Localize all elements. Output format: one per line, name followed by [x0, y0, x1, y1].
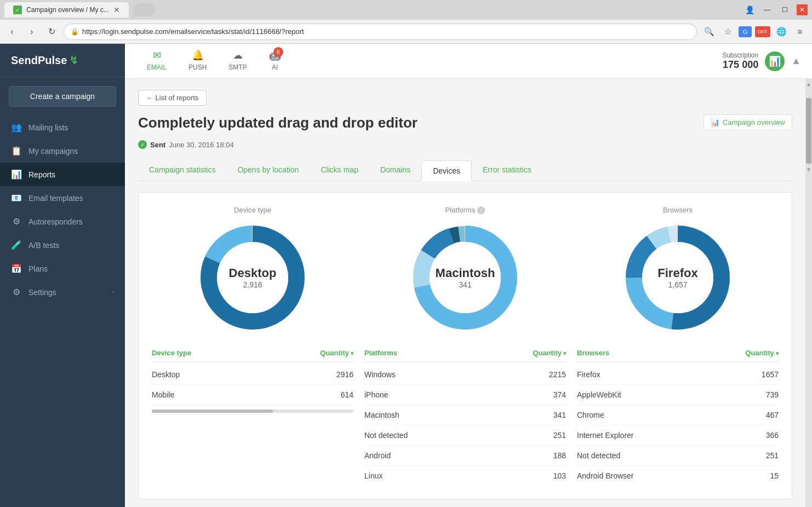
- platforms-col-name[interactable]: Platforms: [364, 349, 522, 357]
- bookmark-icon[interactable]: ☆: [720, 24, 735, 39]
- breadcrumb-button[interactable]: ← List of reports: [138, 90, 207, 106]
- lock-icon: 🔒: [71, 28, 79, 36]
- sidebar-nav: 👥 Mailing lists 📋 My campaigns 📊 Reports…: [0, 116, 125, 507]
- sidebar-item-settings[interactable]: ⚙ Settings •: [0, 280, 125, 304]
- close-button[interactable]: ✕: [797, 4, 808, 15]
- sidebar-item-label: Settings: [28, 288, 56, 297]
- tab-email[interactable]: ✉ EMAIL: [136, 44, 178, 84]
- platforms-title: Platforms i: [445, 206, 485, 214]
- sub-tab-domains[interactable]: Domains: [369, 160, 421, 181]
- device-type-center-value: 2,916: [229, 280, 277, 289]
- platforms-cell-qty: 341: [522, 411, 566, 419]
- translate-icon[interactable]: G: [739, 26, 752, 37]
- forward-button[interactable]: ›: [24, 24, 39, 39]
- tab-ai[interactable]: 🤖 8 AI: [258, 44, 292, 84]
- tab-push[interactable]: 🔔 PUSH: [178, 44, 218, 84]
- create-campaign-button[interactable]: Create a campaign: [9, 86, 116, 107]
- smtp-tab-label: SMTP: [228, 64, 247, 71]
- browsers-title: Browsers: [663, 206, 693, 214]
- table-row: Mobile 614: [152, 385, 353, 405]
- window-controls: 👤 — ☐ ✕: [744, 4, 808, 15]
- sidebar-item-label: Plans: [28, 264, 48, 273]
- platforms-cell-qty: 251: [522, 431, 566, 440]
- smtp-tab-icon: ☁: [233, 49, 243, 61]
- tab-favicon: ✓: [13, 5, 22, 14]
- extension-icon-2[interactable]: 🌐: [774, 24, 789, 39]
- device-type-col-name[interactable]: Device type: [152, 349, 310, 357]
- device-type-scrollbar[interactable]: [152, 410, 353, 413]
- tab-smtp[interactable]: ☁ SMTP: [218, 44, 258, 84]
- browser-titlebar: ✓ Campaign overview / My c... ✕ 👤 — ☐ ✕: [0, 0, 812, 20]
- sidebar-item-reports[interactable]: 📊 Reports: [0, 163, 125, 186]
- logo-text: SendPulse: [11, 54, 67, 67]
- user-avatar[interactable]: 📊: [765, 51, 785, 71]
- sub-tab-campaign-statistics[interactable]: Campaign statistics: [138, 160, 226, 181]
- search-icon[interactable]: 🔍: [701, 24, 717, 39]
- plans-icon: 📅: [11, 263, 22, 274]
- refresh-button[interactable]: ↻: [44, 24, 59, 39]
- menu-icon[interactable]: ≡: [792, 24, 808, 39]
- minimize-button[interactable]: —: [762, 4, 773, 15]
- scrollbar-thumb[interactable]: [806, 98, 811, 164]
- browsers-cell-name: AppleWebKit: [577, 390, 735, 399]
- sub-tab-devices[interactable]: Devices: [421, 160, 472, 181]
- browsers-col-name[interactable]: Browsers: [577, 349, 735, 357]
- sidebar-item-my-campaigns[interactable]: 📋 My campaigns: [0, 139, 125, 163]
- platforms-cell-qty: 188: [522, 451, 566, 460]
- scroll-up-arrow[interactable]: ▲: [805, 79, 812, 87]
- device-type-cell-qty: 2916: [310, 370, 353, 379]
- subscription-label: Subscription: [722, 51, 758, 59]
- tab-close-button[interactable]: ✕: [113, 5, 120, 14]
- tables-row: Device type Quantity▾ Desktop 2916 Mobil: [152, 349, 779, 486]
- browsers-cell-qty: 15: [735, 471, 779, 480]
- sidebar-item-ab-tests[interactable]: 🧪 A/B tests: [0, 233, 125, 257]
- platforms-center-label: Macintosh: [436, 266, 495, 280]
- sidebar-item-mailing-lists[interactable]: 👥 Mailing lists: [0, 116, 125, 139]
- table-row: Not detected 251: [577, 446, 779, 466]
- sort-arrow: ▾: [351, 350, 353, 356]
- browsers-cell-qty: 366: [735, 431, 779, 440]
- platforms-col-qty[interactable]: Quantity▾: [522, 349, 566, 357]
- scroll-down-arrow[interactable]: ▼: [805, 164, 812, 172]
- browsers-cell-name: Chrome: [577, 411, 735, 419]
- email-templates-icon: 📧: [11, 193, 22, 203]
- sub-tab-error-statistics[interactable]: Error statistics: [472, 160, 542, 181]
- sidebar: SendPulse↯ Create a campaign 👥 Mailing l…: [0, 44, 125, 507]
- page-scrollbar[interactable]: ▲ ▼: [805, 79, 812, 507]
- sort-arrow: ▾: [776, 350, 779, 356]
- browsers-cell-name: Not detected: [577, 451, 735, 460]
- sort-arrow: ▾: [563, 350, 566, 356]
- maximize-button[interactable]: ☐: [779, 4, 790, 15]
- browsers-cell-name: Internet Explorer: [577, 431, 735, 440]
- table-row: Chrome 467: [577, 405, 779, 425]
- browsers-cell-qty: 1657: [735, 370, 779, 379]
- browsers-center-value: 1,657: [657, 280, 697, 289]
- sub-tab-clicks-map[interactable]: Clicks map: [310, 160, 369, 181]
- sidebar-item-plans[interactable]: 📅 Plans: [0, 257, 125, 280]
- browser-tab[interactable]: ✓ Campaign overview / My c... ✕: [4, 2, 129, 18]
- app-container: SendPulse↯ Create a campaign 👥 Mailing l…: [0, 44, 812, 507]
- campaign-overview-button[interactable]: 📊 Campaign overview: [704, 114, 792, 130]
- sub-tab-opens-by-location[interactable]: Opens by location: [226, 160, 310, 181]
- page-content: ← List of reports Completely updated dra…: [125, 79, 805, 507]
- scroll-up-btn[interactable]: ▲: [791, 55, 801, 67]
- browsers-cell-name: Firefox: [577, 370, 735, 379]
- back-button[interactable]: ‹: [4, 24, 20, 39]
- new-tab-area[interactable]: [133, 3, 155, 16]
- device-type-col-qty[interactable]: Quantity▾: [310, 349, 353, 357]
- sent-dot: ✓: [138, 140, 147, 149]
- page-title: Completely updated drag and drop editor: [138, 114, 418, 131]
- my-campaigns-icon: 📋: [11, 146, 22, 156]
- sidebar-item-email-templates[interactable]: 📧 Email templates: [0, 186, 125, 210]
- platforms-table-header: Platforms Quantity▾: [364, 349, 566, 362]
- table-row: iPhone 374: [364, 385, 566, 405]
- extension-icon-1[interactable]: OFF: [755, 26, 770, 37]
- address-bar[interactable]: 🔒 https://login.sendpulse.com/emailservi…: [64, 24, 697, 40]
- reports-icon: 📊: [11, 169, 22, 180]
- browsers-col-qty[interactable]: Quantity▾: [735, 349, 779, 357]
- browsers-center-label: Firefox: [657, 266, 697, 280]
- sidebar-item-autoresponders[interactable]: ⚙ Autoresponders: [0, 210, 125, 233]
- browsers-cell-name: Android Browser: [577, 471, 735, 480]
- platforms-donut: Macintosh 341: [410, 223, 520, 332]
- platforms-info-icon[interactable]: i: [477, 206, 485, 214]
